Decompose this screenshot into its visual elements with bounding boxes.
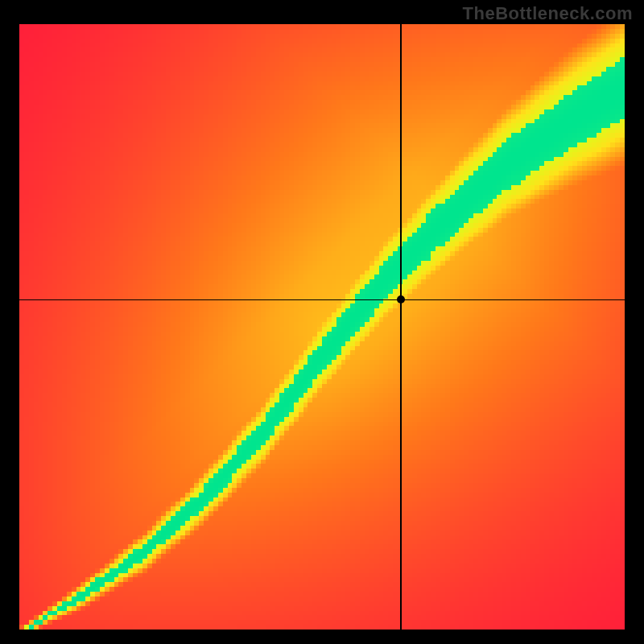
chart-container: TheBottleneck.com: [0, 0, 644, 644]
heatmap-plot: [19, 24, 625, 630]
heatmap-canvas: [19, 24, 625, 630]
watermark-text: TheBottleneck.com: [463, 3, 633, 24]
